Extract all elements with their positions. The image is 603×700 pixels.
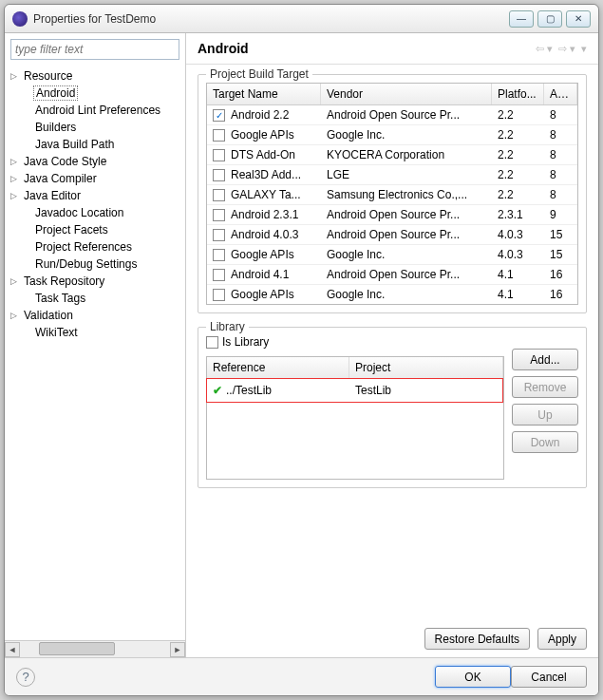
tree-item[interactable]: Javadoc Location <box>5 204 185 221</box>
help-icon[interactable]: ? <box>16 668 35 687</box>
maximize-button[interactable]: ▢ <box>537 10 562 28</box>
tree-label: Run/Debug Settings <box>33 257 139 271</box>
col-target-name[interactable]: Target Name <box>207 84 321 104</box>
target-row[interactable]: Android 4.0.3Android Open Source Pr...4.… <box>207 225 577 245</box>
col-project[interactable]: Project <box>349 357 503 378</box>
remove-button[interactable]: Remove <box>512 376 578 398</box>
tree-label: Project References <box>33 240 134 254</box>
scroll-left-icon[interactable]: ◄ <box>5 642 20 657</box>
col-platform[interactable]: Platfo... <box>492 84 544 104</box>
up-button[interactable]: Up <box>512 404 578 426</box>
expand-icon[interactable]: ▷ <box>10 191 22 200</box>
scroll-thumb[interactable] <box>39 642 115 655</box>
filter-input[interactable] <box>10 39 179 60</box>
tree-item[interactable]: Project Facets <box>5 221 185 238</box>
scroll-track[interactable] <box>20 642 170 657</box>
target-checkbox[interactable] <box>213 209 225 221</box>
target-checkbox[interactable] <box>213 229 225 241</box>
tree-label: Task Tags <box>33 292 87 305</box>
restore-defaults-button[interactable]: Restore Defaults <box>424 628 530 650</box>
build-target-group: Project Build Target Target Name Vendor … <box>198 74 587 313</box>
tree-label: Task Repository <box>22 274 106 288</box>
tree-item[interactable]: ▷Resource <box>5 67 185 85</box>
app-icon <box>12 11 28 27</box>
expand-icon[interactable]: ▷ <box>10 174 22 183</box>
target-row[interactable]: Google APIsGoogle Inc.4.116 <box>207 285 577 304</box>
forward-icon[interactable]: ⇨ ▾ <box>558 43 575 55</box>
target-row[interactable]: Android 4.1Android Open Source Pr...4.11… <box>207 265 577 285</box>
expand-icon[interactable]: ▷ <box>10 276 22 286</box>
tree-item[interactable]: ▷Task Repository <box>5 273 185 290</box>
col-api[interactable]: AP... <box>544 84 577 104</box>
minimize-button[interactable]: — <box>509 10 534 28</box>
col-reference[interactable]: Reference <box>207 357 349 378</box>
tree-item[interactable]: Android Lint Preferences <box>5 102 185 119</box>
target-checkbox[interactable] <box>213 169 225 181</box>
horizontal-scrollbar[interactable]: ◄ ► <box>5 640 185 657</box>
target-row[interactable]: Android 2.3.1Android Open Source Pr...2.… <box>207 205 577 225</box>
down-button[interactable]: Down <box>512 431 578 453</box>
tree-label: Java Compiler <box>22 172 99 185</box>
tree-label: Resource <box>22 69 74 83</box>
target-row[interactable]: GALAXY Ta...Samsung Electronics Co.,...2… <box>207 185 577 205</box>
library-row[interactable]: ✔../TestLib TestLib <box>207 379 502 402</box>
col-vendor[interactable]: Vendor <box>321 84 492 104</box>
target-row[interactable]: DTS Add-OnKYOCERA Corporation2.28 <box>207 145 577 165</box>
tree-item[interactable]: Run/Debug Settings <box>5 255 185 273</box>
group-label: Project Build Target <box>206 67 312 81</box>
cancel-button[interactable]: Cancel <box>511 666 587 688</box>
tree-item[interactable]: Builders <box>5 119 185 136</box>
expand-icon[interactable]: ▷ <box>10 71 22 81</box>
category-tree[interactable]: ▷ResourceAndroidAndroid Lint Preferences… <box>5 66 185 640</box>
target-row[interactable]: Google APIsGoogle Inc.4.0.315 <box>207 245 577 265</box>
ok-button[interactable]: OK <box>435 666 511 688</box>
sidebar: ▷ResourceAndroidAndroid Lint Preferences… <box>5 33 186 657</box>
library-table[interactable]: Reference Project ✔../TestLib TestLib <box>206 356 504 480</box>
highlighted-row: ✔../TestLib TestLib <box>206 378 503 403</box>
tree-item[interactable]: ▷Java Code Style <box>5 153 185 170</box>
tree-label: Project Facets <box>33 223 110 236</box>
tree-label: Android <box>33 85 78 101</box>
tree-item[interactable]: Java Build Path <box>5 136 185 153</box>
menu-icon[interactable]: ▾ <box>581 43 587 55</box>
check-icon: ✔ <box>213 384 222 397</box>
library-group: Library Is Library Reference Project ✔..… <box>198 327 587 488</box>
target-checkbox[interactable] <box>213 129 225 142</box>
expand-icon[interactable]: ▷ <box>10 311 22 320</box>
target-checkbox[interactable] <box>213 189 225 201</box>
targets-table[interactable]: Target Name Vendor Platfo... AP... ✓Andr… <box>206 83 578 305</box>
target-checkbox[interactable] <box>213 269 225 281</box>
is-library-checkbox[interactable]: Is Library <box>206 335 578 349</box>
tree-item[interactable]: Task Tags <box>5 290 185 307</box>
titlebar[interactable]: Properties for TestDemo — ▢ ✕ <box>5 5 598 33</box>
target-checkbox[interactable] <box>213 149 225 161</box>
close-button[interactable]: ✕ <box>566 10 591 28</box>
target-row[interactable]: ✓Android 2.2Android Open Source Pr...2.2… <box>207 105 577 125</box>
tree-item[interactable]: ▷Validation <box>5 307 185 324</box>
tree-item[interactable]: Project References <box>5 238 185 255</box>
apply-button[interactable]: Apply <box>537 628 587 650</box>
dialog-footer: ? OK Cancel <box>5 657 598 695</box>
back-icon[interactable]: ⇦ ▾ <box>536 43 553 55</box>
tree-label: WikiText <box>33 326 80 339</box>
window-title: Properties for TestDemo <box>33 12 505 26</box>
add-button[interactable]: Add... <box>512 349 578 370</box>
tree-label: Javadoc Location <box>33 206 125 219</box>
tree-label: Java Build Path <box>33 138 116 151</box>
target-checkbox[interactable] <box>213 289 225 301</box>
expand-icon[interactable]: ▷ <box>10 157 22 166</box>
tree-label: Java Code Style <box>22 155 108 168</box>
target-row[interactable]: Google APIsGoogle Inc.2.28 <box>207 125 577 145</box>
tree-label: Java Editor <box>22 189 83 202</box>
target-checkbox[interactable] <box>213 249 225 261</box>
tree-item[interactable]: WikiText <box>5 324 185 341</box>
tree-item[interactable]: ▷Java Compiler <box>5 170 185 187</box>
target-checkbox[interactable]: ✓ <box>213 109 225 122</box>
tree-label: Android Lint Preferences <box>33 104 162 117</box>
scroll-right-icon[interactable]: ► <box>170 642 185 657</box>
tree-item[interactable]: Android <box>5 85 185 102</box>
main-panel: Android ⇦ ▾ ⇨ ▾ ▾ Project Build Target T… <box>186 33 598 657</box>
properties-dialog: Properties for TestDemo — ▢ ✕ ▷ResourceA… <box>4 4 599 696</box>
target-row[interactable]: Real3D Add...LGE2.28 <box>207 165 577 185</box>
tree-item[interactable]: ▷Java Editor <box>5 187 185 204</box>
